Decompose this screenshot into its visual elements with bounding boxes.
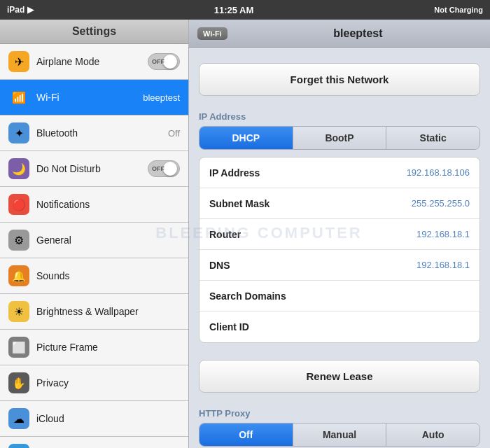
sidebar-item-brightness[interactable]: ☀ Brightness & Wallpaper [0, 294, 188, 330]
main-container: Settings ✈ Airplane Mode 📶 Wi-Fi bleepte… [0, 20, 490, 448]
value-dns: 192.168.18.1 [416, 260, 470, 270]
label-search-domains: Search Domains [209, 290, 470, 302]
frame-icon: ⬜ [8, 337, 29, 358]
row-dns: DNS 192.168.18.1 [200, 250, 479, 281]
wifi-sub: bleeptest [143, 92, 180, 103]
sidebar: Settings ✈ Airplane Mode 📶 Wi-Fi bleepte… [0, 20, 189, 448]
ip-tab-control: DHCP BootP Static [199, 126, 480, 150]
item-label-airplane: Airplane Mode [36, 56, 148, 67]
http-tab-off[interactable]: Off [200, 424, 293, 446]
bluetooth-sub: Off [168, 128, 180, 139]
status-bar: iPad ▶ 11:25 AM Not Charging [0, 0, 490, 20]
item-label-wifi: Wi-Fi [36, 92, 143, 103]
label-ip-address: IP Address [209, 167, 407, 178]
privacy-icon: ✋ [8, 372, 29, 393]
value-router: 192.168.18.1 [416, 229, 470, 239]
toggle-knob [163, 55, 177, 69]
mail-icon: ✉ [8, 444, 29, 448]
ip-info-wrapper: IP Address 192.168.18.106 Subnet Mask 25… [189, 157, 490, 343]
item-label-notifications: Notifications [36, 199, 180, 210]
row-subnet-mask: Subnet Mask 255.255.255.0 [200, 188, 479, 219]
renew-lease-button[interactable]: Renew Lease [199, 360, 480, 393]
sidebar-item-wifi[interactable]: 📶 Wi-Fi bleeptest [0, 80, 188, 115]
ip-address-section: IP Address DHCP BootP Static [189, 96, 490, 150]
sidebar-item-general[interactable]: ⚙ General [0, 223, 188, 258]
label-router: Router [209, 229, 416, 240]
battery-status: Not Charging [434, 6, 483, 14]
item-label-sounds: Sounds [36, 270, 180, 281]
bluetooth-icon: ✦ [8, 122, 29, 144]
value-subnet-mask: 255.255.255.0 [412, 198, 470, 209]
icloud-icon: ☁ [8, 408, 29, 429]
right-header-title: bleeptest [234, 27, 482, 40]
right-header: Wi-Fi bleeptest [189, 20, 490, 48]
sidebar-item-mail[interactable]: ✉ Mail, Contacts, Calendars [0, 437, 188, 448]
status-time: 11:25 AM [214, 5, 254, 15]
status-left: iPad ▶ [7, 5, 34, 15]
label-subnet-mask: Subnet Mask [209, 198, 412, 209]
status-ipad: iPad ▶ [7, 5, 34, 15]
row-search-domains: Search Domains [200, 281, 479, 312]
brightness-icon: ☀ [8, 301, 29, 322]
row-router: Router 192.168.18.1 [200, 219, 479, 250]
dnd-toggle[interactable] [148, 160, 180, 177]
dnd-icon: 🌙 [8, 158, 29, 179]
renew-section: Renew Lease [189, 351, 490, 393]
sidebar-item-dnd[interactable]: 🌙 Do Not Disturb [0, 151, 188, 187]
notif-icon: 🔴 [8, 194, 29, 215]
forget-section: Forget this Network [189, 55, 490, 96]
status-right: Not Charging [434, 6, 483, 14]
row-client-id: Client ID [200, 312, 479, 342]
value-ip-address: 192.168.18.106 [407, 167, 470, 178]
airplane-toggle[interactable] [148, 53, 180, 70]
item-label-general: General [36, 234, 180, 246]
sidebar-item-icloud[interactable]: ☁ iCloud [0, 401, 188, 437]
general-icon: ⚙ [8, 230, 29, 251]
item-label-dnd: Do Not Disturb [36, 163, 148, 174]
http-proxy-section: HTTP Proxy Off Manual Auto [189, 393, 490, 447]
wifi-badge: Wi-Fi [197, 27, 227, 40]
airplane-icon: ✈ [8, 51, 29, 72]
sidebar-item-airplane[interactable]: ✈ Airplane Mode [0, 44, 188, 80]
ip-tab-static[interactable]: Static [386, 127, 479, 149]
item-label-bluetooth: Bluetooth [36, 127, 168, 139]
http-section-label: HTTP Proxy [199, 408, 480, 419]
sidebar-item-notifications[interactable]: 🔴 Notifications [0, 187, 188, 223]
http-tab-auto[interactable]: Auto [386, 424, 479, 446]
item-label-icloud: iCloud [36, 413, 180, 424]
sounds-icon: 🔔 [8, 265, 29, 286]
http-tab-control: Off Manual Auto [199, 423, 480, 447]
item-label-frame: Picture Frame [36, 342, 180, 353]
label-dns: DNS [209, 260, 416, 271]
item-label-brightness: Brightness & Wallpaper [36, 306, 180, 317]
sidebar-item-frame[interactable]: ⬜ Picture Frame [0, 330, 188, 365]
wifi-icon: 📶 [8, 87, 29, 108]
item-label-privacy: Privacy [36, 377, 180, 388]
sidebar-item-privacy[interactable]: ✋ Privacy [0, 365, 188, 401]
label-client-id: Client ID [209, 321, 470, 332]
http-tab-manual[interactable]: Manual [293, 424, 387, 446]
sidebar-item-sounds[interactable]: 🔔 Sounds [0, 258, 188, 294]
ip-section-label: IP Address [199, 111, 480, 122]
right-panel: Wi-Fi bleeptest Forget this Network IP A… [189, 20, 490, 448]
toggle-knob-dnd [163, 162, 177, 176]
sidebar-item-bluetooth[interactable]: ✦ Bluetooth Off [0, 115, 188, 151]
ip-info-card: IP Address 192.168.18.106 Subnet Mask 25… [199, 157, 480, 343]
ip-tab-dhcp[interactable]: DHCP [200, 127, 293, 149]
row-ip-address: IP Address 192.168.18.106 [200, 158, 479, 188]
forget-network-button[interactable]: Forget this Network [199, 63, 480, 96]
sidebar-title: Settings [0, 20, 188, 44]
ip-tab-bootp[interactable]: BootP [293, 127, 387, 149]
